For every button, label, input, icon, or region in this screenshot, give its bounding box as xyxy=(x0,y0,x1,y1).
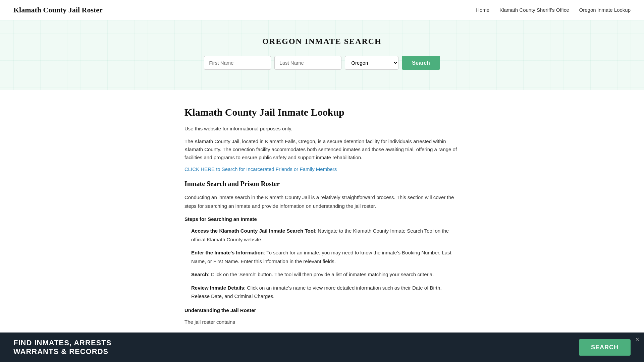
step-2: Enter the Inmate's Information: To searc… xyxy=(191,248,460,265)
step-3-text: : Click on the 'Search' button. The tool… xyxy=(208,272,434,277)
main-nav: Home Klamath County Sheriff's Office Ore… xyxy=(476,7,631,13)
nav-home[interactable]: Home xyxy=(476,7,489,13)
first-name-input[interactable] xyxy=(204,56,271,70)
steps-list: Access the Klamath County Jail Inmate Se… xyxy=(184,227,460,301)
bottom-banner: FIND INMATES, ARRESTS WARRANTS & RECORDS… xyxy=(0,333,644,362)
banner-line2: WARRANTS & RECORDS xyxy=(13,347,111,356)
roster-intro: The jail roster contains xyxy=(184,318,460,326)
site-title: Klamath County Jail Roster xyxy=(13,6,103,14)
site-header: Klamath County Jail Roster Home Klamath … xyxy=(0,0,644,20)
page-heading: Klamath County Jail Inmate Lookup xyxy=(184,107,460,118)
last-name-input[interactable] xyxy=(274,56,341,70)
hero-search-button[interactable]: Search xyxy=(402,56,440,70)
intro-text-1: Use this website for informational purpo… xyxy=(184,125,460,133)
intro-text-2: The Klamath County Jail, located in Klam… xyxy=(184,137,460,162)
step-1: Access the Klamath County Jail Inmate Se… xyxy=(191,227,460,244)
nav-inmate-lookup[interactable]: Oregon Inmate Lookup xyxy=(579,7,631,13)
hero-section: OREGON INMATE SEARCH OregonAlabamaAlaska… xyxy=(0,20,644,90)
banner-close-button[interactable]: × xyxy=(635,336,639,343)
inmate-search-subheading: Inmate Search and Prison Roster xyxy=(184,180,460,188)
step-4: Review Inmate Details: Click on an inmat… xyxy=(191,284,460,301)
step-3: Search: Click on the 'Search' button. Th… xyxy=(191,270,460,279)
understanding-heading: Understanding the Jail Roster xyxy=(184,307,460,313)
step-4-bold: Review Inmate Details xyxy=(191,285,244,291)
nav-sheriff[interactable]: Klamath County Sheriff's Office xyxy=(499,7,569,13)
body-para-search: Conducting an inmate search in the Klama… xyxy=(184,193,460,210)
incarcerated-search-link[interactable]: CLICK HERE to Search for Incarcerated Fr… xyxy=(184,166,337,172)
search-form: OregonAlabamaAlaskaArizonaArkansasCalifo… xyxy=(7,56,637,70)
banner-search-button[interactable]: SEARCH xyxy=(579,339,631,356)
banner-line1: FIND INMATES, ARRESTS xyxy=(13,339,111,347)
state-select[interactable]: OregonAlabamaAlaskaArizonaArkansasCalifo… xyxy=(345,56,398,70)
step-2-bold: Enter the Inmate's Information xyxy=(191,250,264,255)
banner-text-block: FIND INMATES, ARRESTS WARRANTS & RECORDS xyxy=(13,339,111,356)
steps-heading: Steps for Searching an Inmate xyxy=(184,216,460,222)
step-1-bold: Access the Klamath County Jail Inmate Se… xyxy=(191,228,315,234)
main-content: Klamath County Jail Inmate Lookup Use th… xyxy=(171,107,473,340)
hero-title: OREGON INMATE SEARCH xyxy=(7,37,637,46)
step-3-bold: Search xyxy=(191,272,208,277)
